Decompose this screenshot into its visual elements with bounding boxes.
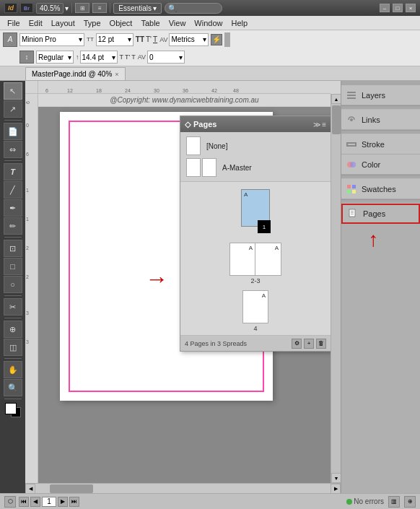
view-options-btn[interactable]: ⊕ [404, 496, 416, 508]
menu-window[interactable]: Window [190, 17, 227, 29]
page-navigation[interactable]: ⏮ ◀ 1 ▶ ⏭ [19, 497, 79, 507]
last-page-btn[interactable]: ⏭ [69, 497, 79, 507]
doc-tab-masterpage[interactable]: MasterPage.indd @ 40% × [25, 67, 126, 80]
free-transform-tool[interactable]: ⊕ [4, 321, 22, 338]
font-family-selector[interactable]: Minion Pro ▾ [19, 33, 84, 46]
pages-footer-buttons[interactable]: ⚙ + 🗑 [292, 339, 326, 349]
svg-rect-11 [352, 190, 356, 193]
menu-table[interactable]: Table [136, 17, 164, 29]
adobe-caslon-btn[interactable]: ⚡ [211, 34, 222, 45]
a-master-thumb-right [202, 158, 216, 177]
tool-sep-4 [4, 295, 22, 296]
scroll-thumb-v[interactable] [332, 105, 341, 134]
scroll-thumb-h[interactable] [50, 484, 93, 493]
minimize-btn[interactable]: – [380, 4, 390, 12]
menu-view[interactable]: View [165, 17, 191, 29]
zoom-control[interactable]: 40.5% ▾ [36, 3, 69, 14]
tool-sep-5 [4, 318, 22, 318]
tt-row2-1: T [120, 53, 124, 61]
menu-layout[interactable]: Layout [47, 17, 79, 29]
tab-close-btn[interactable]: × [115, 71, 118, 78]
panel-item-color[interactable]: Color [341, 155, 420, 175]
new-page-btn[interactable]: + [304, 339, 314, 349]
page-number-input[interactable]: 1 [42, 497, 56, 507]
scroll-track-h[interactable] [35, 484, 331, 493]
svg-rect-0 [347, 92, 356, 93]
leading-indicator: ↕ [19, 51, 34, 64]
style-selector[interactable]: Regular ▾ [36, 51, 74, 64]
panel-item-layers[interactable]: Layers [341, 85, 420, 105]
gap-tool[interactable]: ⇔ [4, 141, 22, 158]
svg-rect-5 [347, 143, 356, 146]
first-page-btn[interactable]: ⏮ [19, 497, 29, 507]
zoom-dropdown-icon[interactable]: ▾ [65, 4, 69, 12]
tool-sep-2 [4, 160, 22, 161]
layout-btn[interactable]: ⊞ [75, 3, 89, 13]
vertical-scrollbar[interactable]: ▲ ▼ [331, 94, 341, 483]
scroll-down-btn[interactable]: ▼ [331, 473, 341, 483]
ellipse-tool[interactable]: ○ [4, 276, 22, 293]
hand-tool[interactable]: ✋ [4, 361, 22, 378]
page-4-thumb[interactable]: A [242, 290, 268, 323]
pages-panel-controls[interactable]: ≫ ≡ [313, 121, 326, 129]
panel-item-pages[interactable]: Pages [341, 204, 420, 224]
pages-count-label: 4 Pages in 3 Spreads [185, 340, 247, 347]
menu-object[interactable]: Object [105, 17, 137, 29]
scroll-up-btn[interactable]: ▲ [331, 94, 341, 104]
spread-1[interactable]: A 1 [241, 189, 270, 227]
menu-type[interactable]: Type [79, 17, 105, 29]
close-btn[interactable]: × [406, 4, 416, 12]
page-2-thumb[interactable]: A [229, 243, 255, 276]
leading-size-selector[interactable]: 14.4 pt ▾ [80, 51, 118, 64]
window-controls: – □ × [380, 4, 416, 12]
rect-tool[interactable]: □ [4, 258, 22, 275]
menu-help[interactable]: Help [227, 17, 252, 29]
panel-menu-btn[interactable]: ≫ [313, 121, 320, 129]
color-boxes[interactable] [4, 401, 22, 419]
text-tool[interactable]: T [4, 163, 22, 180]
arrange-btn[interactable]: ≡ [92, 3, 107, 13]
prev-page-btn[interactable]: ◀ [30, 497, 40, 507]
edit-pages-btn[interactable]: ⚙ [292, 339, 302, 349]
delete-page-btn[interactable]: 🗑 [316, 339, 326, 349]
preflight-icon[interactable]: ⬡ [4, 496, 16, 508]
panel-item-swatches[interactable]: Swatches [341, 179, 420, 199]
maximize-btn[interactable]: □ [393, 4, 403, 12]
line-tool[interactable]: ╱ [4, 181, 22, 199]
zoom-tool[interactable]: 🔍 [4, 379, 22, 396]
scroll-left-btn[interactable]: ◀ [25, 484, 35, 493]
metrics-selector[interactable]: Metrics ▾ [169, 33, 209, 46]
none-page-item[interactable]: [None] [183, 135, 328, 157]
a-master-item[interactable]: A-Master [183, 157, 328, 178]
foreground-color-box[interactable] [5, 403, 17, 414]
select-tool[interactable]: ↖ [4, 82, 22, 100]
doc-tab-bar: MasterPage.indd @ 40% × [0, 66, 420, 81]
menu-file[interactable]: File [3, 17, 25, 29]
zoom-value[interactable]: 40.5% [36, 3, 64, 14]
panel-options-btn[interactable]: ≡ [322, 121, 326, 129]
page-3-thumb[interactable]: A [255, 243, 281, 276]
workspace-selector[interactable]: Essentials ▾ [113, 3, 162, 14]
page-layout-btn[interactable]: ▥ [388, 496, 400, 508]
kern-value-box[interactable]: 0 ▾ [147, 51, 185, 64]
masters-section: [None] A-Master [180, 132, 331, 182]
search-box[interactable]: 🔍 [165, 3, 222, 14]
rect-frame-tool[interactable]: ⊡ [4, 240, 22, 257]
svg-rect-13 [351, 211, 354, 212]
page-tool[interactable]: 📄 [4, 123, 22, 140]
panel-item-links[interactable]: Links [341, 110, 420, 130]
scissors-tool[interactable]: ✂ [4, 298, 22, 316]
pen-tool[interactable]: ✒ [4, 199, 22, 217]
next-page-btn[interactable]: ▶ [58, 497, 68, 507]
menu-edit[interactable]: Edit [25, 17, 47, 29]
pencil-tool[interactable]: ✏ [4, 217, 22, 235]
font-size-selector[interactable]: 12 pt ▾ [96, 33, 134, 46]
direct-select-tool[interactable]: ↗ [4, 100, 22, 118]
page-1-thumb[interactable]: A 1 [241, 189, 270, 227]
panel-gripper[interactable] [224, 32, 230, 47]
scroll-right-btn[interactable]: ▶ [331, 484, 341, 493]
gradient-tool[interactable]: ◫ [4, 339, 22, 356]
panel-item-stroke[interactable]: Stroke [341, 134, 420, 155]
canvas-area[interactable]: @Copyright: www.dynamicwebtraining.com.a… [38, 94, 331, 483]
spread-2-3[interactable]: A A [229, 243, 281, 276]
